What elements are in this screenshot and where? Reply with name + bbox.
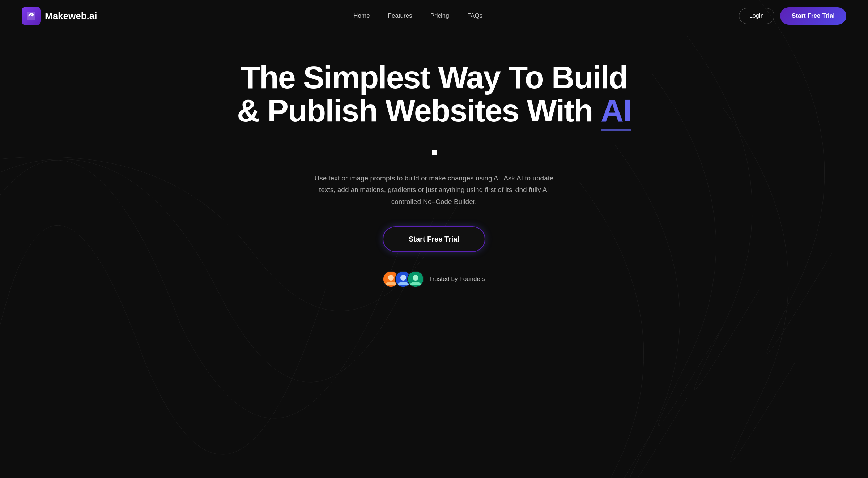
avatar-3 bbox=[407, 271, 424, 287]
logo-icon bbox=[22, 7, 41, 25]
login-button[interactable]: LogIn bbox=[739, 8, 774, 24]
nav-actions: LogIn Start Free Trial bbox=[739, 7, 846, 25]
nav-features[interactable]: Features bbox=[388, 12, 412, 19]
hero-section: The Simplest Way To Build & Publish Webs… bbox=[0, 32, 868, 309]
nav-home[interactable]: Home bbox=[353, 12, 370, 19]
logo-link[interactable]: Makeweb.ai bbox=[22, 7, 97, 25]
hero-subtitle: Use text or image prompts to build or ma… bbox=[311, 172, 557, 208]
trusted-section: Trusted by Founders bbox=[383, 271, 485, 287]
hero-title-ai: AI bbox=[601, 94, 631, 127]
svg-point-6 bbox=[413, 275, 418, 281]
hero-title-line1: The Simplest Way To Build bbox=[235, 61, 633, 94]
trusted-label: Trusted by Founders bbox=[429, 276, 485, 283]
nav-faqs[interactable]: FAQs bbox=[467, 12, 483, 19]
svg-point-2 bbox=[388, 275, 394, 281]
brand-name: Makeweb.ai bbox=[45, 10, 97, 22]
hero-title-dot: . bbox=[430, 126, 438, 162]
hero-title-prefix: & Publish Websites With bbox=[237, 93, 601, 128]
nav-pricing[interactable]: Pricing bbox=[430, 12, 449, 19]
navbar: Makeweb.ai Home Features Pricing FAQs Lo… bbox=[0, 0, 868, 32]
hero-title-line2: & Publish Websites With AI. bbox=[235, 94, 633, 161]
svg-rect-0 bbox=[27, 12, 35, 20]
hero-title: The Simplest Way To Build & Publish Webs… bbox=[235, 61, 633, 161]
start-trial-nav-button[interactable]: Start Free Trial bbox=[780, 7, 846, 25]
start-trial-hero-button[interactable]: Start Free Trial bbox=[383, 226, 485, 252]
trusted-avatars bbox=[383, 271, 424, 287]
svg-point-4 bbox=[400, 275, 406, 281]
nav-links: Home Features Pricing FAQs bbox=[353, 12, 482, 20]
